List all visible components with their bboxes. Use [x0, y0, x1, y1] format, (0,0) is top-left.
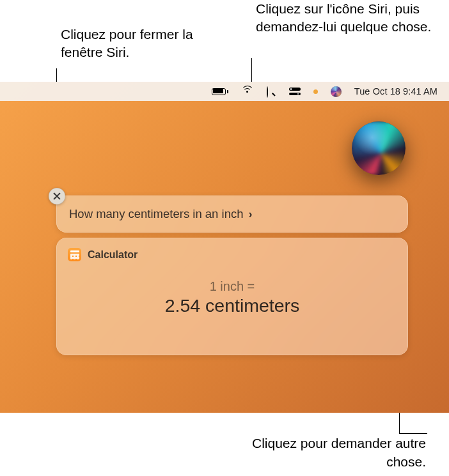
privacy-indicator-icon	[313, 89, 318, 94]
siri-result-card: Calculator 1 inch = 2.54 centimeters	[56, 238, 408, 355]
leader-line	[399, 433, 427, 434]
siri-menubar-icon[interactable]	[331, 86, 342, 97]
answer-main: 2.54 centimeters	[68, 295, 397, 316]
callout-ask-more: Cliquez pour demander autre chose.	[221, 434, 426, 471]
answer-subtitle: 1 inch =	[68, 279, 397, 294]
calculator-icon	[68, 248, 81, 261]
close-siri-button[interactable]	[49, 188, 65, 204]
chevron-right-icon: ›	[248, 208, 252, 221]
callout-siri-icon: Cliquez sur l'icône Siri, puis demandez-…	[256, 0, 441, 36]
search-icon[interactable]	[267, 87, 276, 96]
close-icon	[53, 192, 61, 200]
callout-close-window: Cliquez pour fermer la fenêtre Siri.	[61, 26, 227, 62]
siri-query-card[interactable]: How many centimeters in an inch ›	[56, 196, 408, 233]
calculator-label: Calculator	[88, 249, 138, 261]
battery-icon[interactable]	[212, 88, 228, 95]
menubar-datetime[interactable]: Tue Oct 18 9:41 AM	[354, 86, 437, 96]
menubar: Tue Oct 18 9:41 AM	[0, 82, 449, 101]
control-center-icon[interactable]	[289, 88, 301, 95]
leader-line	[251, 58, 252, 82]
siri-query-text: How many centimeters in an inch	[69, 207, 243, 221]
desktop: Tue Oct 18 9:41 AM How many centimeters …	[0, 82, 449, 413]
siri-orb-button[interactable]	[352, 121, 406, 175]
wifi-icon[interactable]	[241, 88, 254, 95]
